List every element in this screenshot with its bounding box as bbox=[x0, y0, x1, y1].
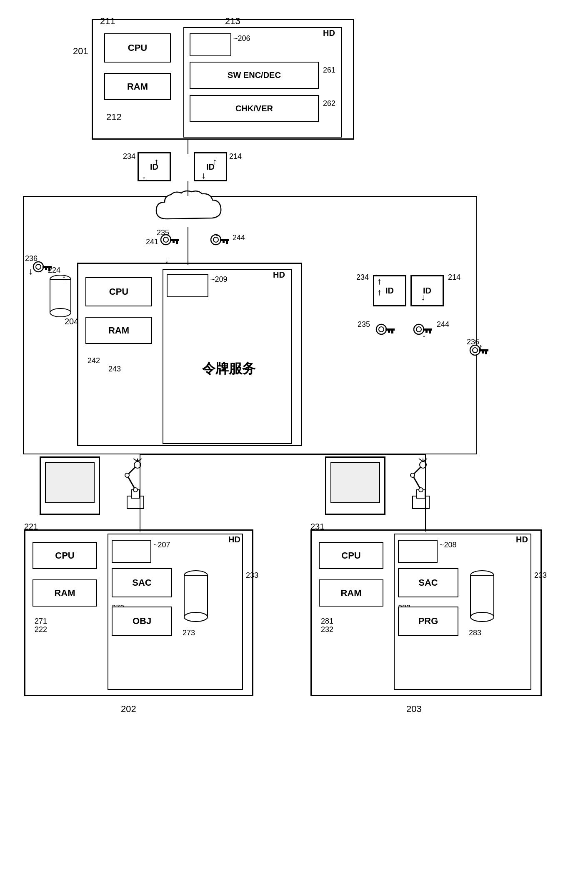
label-283: 283 bbox=[469, 629, 481, 637]
cylinder-224 bbox=[48, 273, 73, 319]
sac-box-231: SAC bbox=[398, 568, 458, 597]
monitor-right bbox=[325, 456, 385, 515]
label-232: 232 bbox=[321, 625, 333, 634]
cpu-box-top: CPU bbox=[104, 33, 171, 63]
arrow-down-236left: ↓ bbox=[28, 266, 33, 277]
svg-rect-4 bbox=[173, 241, 175, 243]
svg-point-29 bbox=[473, 348, 478, 353]
label-214-top: 214 bbox=[229, 152, 242, 161]
label-234-top: 234 bbox=[123, 152, 135, 161]
token-service-text: 令牌服务 bbox=[167, 300, 291, 438]
label-273: 273 bbox=[183, 629, 195, 637]
label-214-right: 214 bbox=[448, 273, 460, 282]
prg-box-231: PRG bbox=[398, 607, 458, 636]
arrow-up-key244: ↑ bbox=[215, 231, 219, 242]
monitor-left bbox=[40, 456, 100, 515]
box-207 bbox=[112, 540, 151, 563]
label-243: 243 bbox=[108, 365, 121, 374]
label-242: 242 bbox=[88, 356, 100, 365]
label-234-right: 234 bbox=[356, 273, 369, 282]
line-id-to-cloud bbox=[188, 181, 188, 196]
svg-line-48 bbox=[413, 475, 421, 490]
cpu-box-mid: CPU bbox=[85, 277, 152, 306]
cylinder-231 bbox=[468, 569, 497, 625]
arrow-up-id234: ↑ bbox=[154, 156, 159, 167]
label-235-mid: 235 bbox=[157, 228, 169, 237]
svg-point-19 bbox=[379, 327, 384, 332]
robot-arm-right bbox=[396, 459, 446, 513]
svg-rect-16 bbox=[50, 279, 71, 313]
hd-label-221: HD bbox=[228, 535, 240, 544]
hd-label-231: HD bbox=[516, 535, 528, 544]
label-241: 241 bbox=[146, 238, 158, 246]
chk-ver-box: CHK/VER bbox=[190, 95, 319, 122]
svg-rect-57 bbox=[470, 575, 494, 617]
svg-rect-20 bbox=[385, 328, 395, 331]
line-mid-top bbox=[188, 227, 188, 265]
box-206 bbox=[190, 33, 231, 56]
svg-rect-7 bbox=[220, 239, 229, 241]
label-209: ~209 bbox=[210, 275, 228, 284]
ram-box-mid: RAM bbox=[85, 317, 152, 344]
svg-point-17 bbox=[50, 308, 71, 317]
svg-point-55 bbox=[419, 488, 423, 492]
svg-rect-3 bbox=[176, 241, 178, 244]
cylinder-221 bbox=[181, 569, 210, 625]
label-207: ~207 bbox=[153, 541, 170, 549]
svg-rect-2 bbox=[170, 239, 179, 241]
label-224: 224 bbox=[48, 266, 60, 275]
hd-label-mid: HD bbox=[273, 270, 285, 280]
sac-box-221: SAC bbox=[112, 568, 172, 597]
ram-box-231: RAM bbox=[319, 579, 383, 607]
robot-arm-left bbox=[110, 459, 160, 513]
svg-point-1 bbox=[163, 237, 168, 242]
label-233-left: 233 bbox=[246, 571, 258, 580]
sw-enc-dec-box: SW ENC/DEC bbox=[190, 62, 319, 89]
label-203: 203 bbox=[406, 704, 422, 715]
ram-box-221: RAM bbox=[33, 579, 97, 607]
arrow-down-id214: ↓ bbox=[201, 170, 206, 181]
label-222: 222 bbox=[35, 625, 47, 634]
ram-box-top: RAM bbox=[104, 73, 171, 100]
label-208: ~208 bbox=[440, 541, 457, 549]
key-235-right bbox=[373, 321, 396, 344]
label-261: 261 bbox=[323, 66, 335, 75]
label-221: 221 bbox=[24, 522, 38, 532]
svg-rect-26 bbox=[429, 331, 431, 333]
line-top-to-id bbox=[188, 140, 188, 154]
label-235-right: 235 bbox=[358, 320, 370, 329]
cloud-svg bbox=[154, 190, 225, 227]
arrow-up-236right: ↑ bbox=[478, 342, 483, 353]
svg-line-38 bbox=[133, 459, 138, 461]
arrow-up-234right-2: ↑ bbox=[377, 287, 382, 298]
svg-point-42 bbox=[133, 488, 138, 492]
svg-point-58 bbox=[470, 612, 494, 622]
svg-point-45 bbox=[184, 612, 208, 622]
svg-rect-31 bbox=[485, 351, 487, 354]
arrow-up-234right-1: ↑ bbox=[377, 276, 382, 287]
line-net-to-left bbox=[140, 454, 140, 532]
hd-label-top: HD bbox=[323, 28, 335, 38]
svg-rect-9 bbox=[223, 241, 225, 243]
label-233-right: 233 bbox=[534, 571, 547, 580]
label-211: 211 bbox=[100, 16, 115, 27]
arrow-up-id214: ↑ bbox=[213, 156, 217, 167]
line-bottom-h bbox=[140, 454, 426, 455]
label-244-mid: 244 bbox=[233, 233, 245, 242]
svg-point-41 bbox=[125, 473, 129, 477]
arrow-down-id234: ↓ bbox=[142, 170, 146, 181]
svg-rect-44 bbox=[184, 575, 208, 617]
svg-rect-8 bbox=[226, 241, 228, 244]
label-244-right: 244 bbox=[437, 320, 449, 329]
label-236-left: 236 bbox=[25, 254, 38, 263]
id-box-214-right: ID bbox=[410, 275, 444, 306]
box-208 bbox=[398, 540, 438, 563]
arrow-down-214right: ↓ bbox=[421, 292, 425, 303]
svg-point-24 bbox=[416, 327, 421, 332]
svg-rect-21 bbox=[391, 331, 393, 333]
label-212: 212 bbox=[106, 112, 122, 123]
cpu-box-231: CPU bbox=[319, 542, 383, 569]
label-201: 201 bbox=[73, 46, 88, 57]
svg-point-54 bbox=[410, 473, 415, 477]
label-231: 231 bbox=[310, 522, 324, 532]
